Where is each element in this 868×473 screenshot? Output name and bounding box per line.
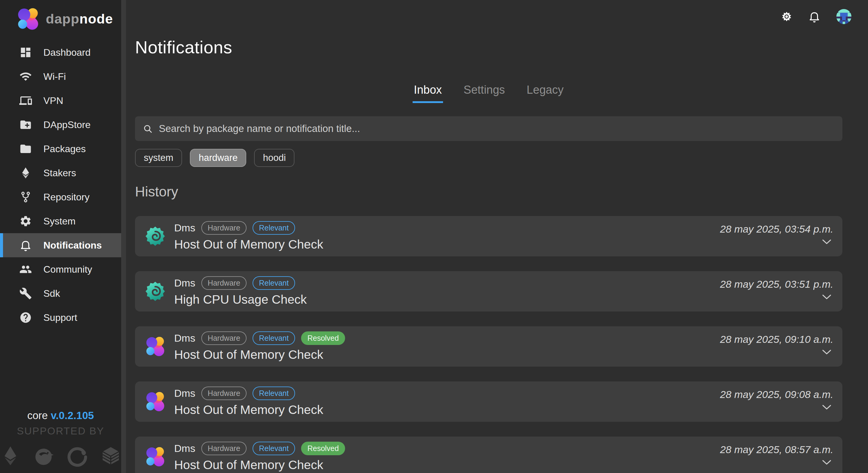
badge-hardware: Hardware [201, 386, 247, 400]
dashboard-icon [19, 46, 32, 59]
avatar-identicon [836, 9, 851, 24]
folder-plus-icon [19, 118, 32, 131]
core-label: core [27, 409, 48, 421]
package-name: Dms [174, 222, 195, 234]
package-name: Dms [174, 443, 195, 454]
chip-hardware[interactable]: hardware [190, 149, 246, 167]
badge-hardware: Hardware [201, 442, 247, 455]
badge-hardware: Hardware [201, 332, 247, 345]
sidebar-item-community[interactable]: Community [0, 257, 121, 281]
notification-body: Dms Hardware Relevant Resolved Host Out … [174, 332, 345, 362]
supported-by-label: SUPPORTED BY [0, 425, 121, 437]
filter-chips: system hardware hoodi [135, 149, 842, 167]
wordmark-suffix: node [80, 11, 113, 27]
chip-system[interactable]: system [135, 149, 182, 167]
chevron-down-icon [821, 405, 832, 410]
topbar [135, 0, 851, 33]
search-input[interactable] [158, 123, 835, 135]
main-content: Notifications Inbox Settings Legacy syst… [126, 0, 868, 473]
notification-body: Dms Hardware Relevant Host Out of Memory… [174, 386, 323, 417]
sidebar-footer: core v.0.2.105 SUPPORTED BY [0, 409, 121, 467]
grafana-icon [145, 281, 165, 301]
notification-body: Dms Hardware Relevant High CPU Usage Che… [174, 276, 307, 307]
grafana-icon [145, 226, 165, 246]
gear-icon [19, 215, 32, 227]
wifi-icon [19, 70, 32, 83]
wrench-icon [19, 287, 32, 300]
sidebar-item-sdk[interactable]: Sdk [0, 281, 121, 306]
sidebar-item-label: Dashboard [43, 47, 91, 58]
package-name: Dms [174, 332, 195, 344]
chevron-down-icon [821, 239, 832, 245]
sun-icon [781, 11, 792, 22]
account-avatar[interactable] [836, 9, 851, 24]
notification-title: High CPU Usage Check [174, 292, 307, 307]
devices-icon [19, 94, 32, 107]
sidebar-menu: Dashboard Wi-Fi VPN DAppStore Packages S… [0, 40, 121, 329]
sidebar-item-label: System [43, 216, 76, 227]
notification-row[interactable]: Dms Hardware Relevant Host Out of Memory… [135, 216, 842, 256]
badge-relevant: Relevant [253, 442, 295, 455]
sidebar-item-repository[interactable]: Repository [0, 185, 121, 209]
notification-row[interactable]: Dms Hardware Relevant Resolved Host Out … [135, 437, 842, 473]
ethereum-icon [19, 167, 32, 179]
sidebar-item-dappstore[interactable]: DAppStore [0, 113, 121, 137]
sidebar-item-packages[interactable]: Packages [0, 137, 121, 161]
theme-toggle-button[interactable] [781, 11, 792, 22]
notification-title: Host Out of Memory Check [174, 238, 323, 252]
badge-relevant: Relevant [253, 276, 295, 290]
notification-row[interactable]: Dms Hardware Relevant Host Out of Memory… [135, 381, 842, 422]
chevron-down-icon [821, 460, 832, 465]
core-version-line: core v.0.2.105 [0, 409, 121, 421]
sidebar-item-system[interactable]: System [0, 209, 121, 233]
sidebar-item-notifications[interactable]: Notifications [0, 233, 121, 257]
notification-row[interactable]: Dms Hardware Relevant High CPU Usage Che… [135, 271, 842, 312]
bell-icon [19, 239, 32, 252]
sidebar-item-label: DAppStore [43, 119, 91, 130]
partner-logos [0, 445, 121, 467]
notification-body: Dms Hardware Relevant Resolved Host Out … [174, 442, 345, 472]
sidebar-item-stakers[interactable]: Stakers [0, 161, 121, 185]
sidebar-item-wifi[interactable]: Wi-Fi [0, 64, 121, 89]
expand-button[interactable] [820, 349, 833, 355]
chevron-down-icon [821, 349, 832, 355]
expand-button[interactable] [820, 459, 833, 466]
expand-button[interactable] [820, 239, 833, 245]
dappnode-logo-icon [17, 8, 39, 30]
notification-body: Dms Hardware Relevant Host Out of Memory… [174, 221, 323, 252]
search-icon [143, 124, 153, 134]
people-icon [19, 263, 32, 276]
timestamp: 28 may 2025, 03:54 p.m. [720, 223, 833, 235]
folder-icon [19, 143, 32, 155]
history-heading: History [135, 184, 842, 200]
sidebar-item-label: Packages [43, 144, 86, 155]
tab-legacy[interactable]: Legacy [525, 84, 565, 103]
timestamp: 28 may 2025, 03:51 p.m. [720, 278, 833, 290]
sidebar-item-vpn[interactable]: VPN [0, 89, 121, 113]
sidebar-item-dashboard[interactable]: Dashboard [0, 40, 121, 64]
sidebar-item-support[interactable]: Support [0, 306, 121, 329]
sidebar-item-label: Support [43, 312, 77, 323]
sidebar-scrollbar-track[interactable] [121, 0, 126, 473]
chevron-down-icon [821, 294, 832, 300]
notification-title: Host Out of Memory Check [174, 348, 345, 362]
brand-logo[interactable]: dappnode [0, 0, 121, 30]
bell-icon [808, 10, 821, 23]
core-version[interactable]: v.0.2.105 [51, 409, 94, 421]
tab-inbox[interactable]: Inbox [412, 84, 443, 103]
tab-settings[interactable]: Settings [462, 84, 506, 103]
badge-hardware: Hardware [201, 221, 247, 235]
chip-hoodi[interactable]: hoodi [254, 149, 294, 167]
notifications-bell-button[interactable] [808, 10, 821, 23]
sidebar-item-label: Sdk [43, 288, 60, 299]
notification-row[interactable]: Dms Hardware Relevant Resolved Host Out … [135, 326, 842, 367]
badge-relevant: Relevant [253, 221, 295, 235]
dappnode-icon [145, 337, 165, 356]
sidebar: dappnode Dashboard Wi-Fi VPN DAppStore P… [0, 0, 121, 473]
tab-bar: Inbox Settings Legacy [135, 84, 842, 103]
expand-button[interactable] [820, 294, 833, 301]
ethereum-icon [0, 445, 21, 467]
expand-button[interactable] [820, 404, 833, 411]
wordmark-prefix: dapp [46, 11, 80, 27]
dappnode-icon [145, 447, 165, 467]
